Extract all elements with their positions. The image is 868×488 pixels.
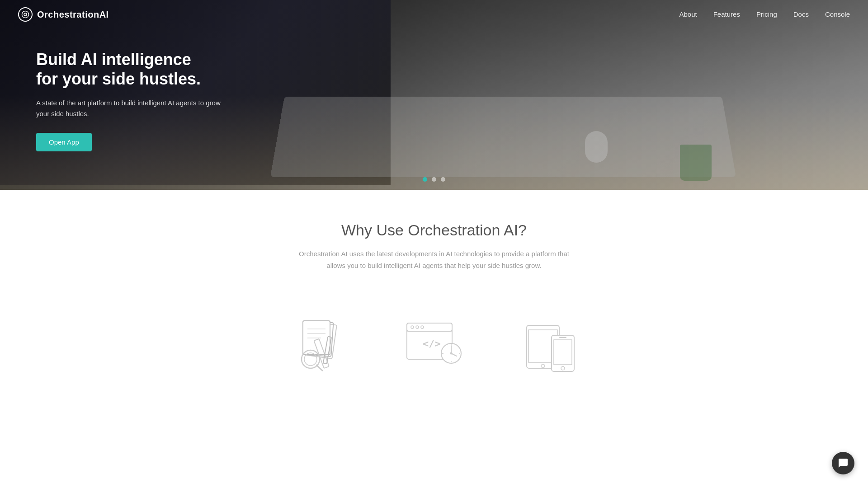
- code-icon: </>: [402, 316, 466, 375]
- svg-point-23: [450, 352, 453, 355]
- svg-line-12: [316, 365, 322, 371]
- svg-point-0: [22, 11, 29, 18]
- devices-icon: [520, 316, 583, 375]
- logo-link[interactable]: OrchestrationAI: [18, 7, 109, 22]
- devices-icon-item: [520, 316, 583, 375]
- navbar: OrchestrationAI About Features Pricing D…: [0, 0, 868, 29]
- hero-carousel-dots: [423, 177, 445, 182]
- svg-text:</>: </>: [423, 338, 441, 349]
- features-icons-row: </>: [0, 316, 868, 393]
- svg-point-30: [541, 364, 545, 368]
- hero-subtitle: A state of the art platform to build int…: [36, 98, 235, 119]
- code-icon-item: </>: [402, 316, 466, 375]
- svg-point-16: [411, 326, 414, 328]
- planning-icon-item: [285, 316, 348, 375]
- planning-icon: [285, 316, 348, 375]
- nav-docs[interactable]: Docs: [793, 10, 809, 18]
- hero-title: Build AI intelligence for your side hust…: [36, 50, 235, 89]
- nav-about[interactable]: About: [679, 10, 697, 18]
- nav-console[interactable]: Console: [825, 10, 850, 18]
- nav-features[interactable]: Features: [713, 10, 740, 18]
- svg-rect-31: [552, 335, 574, 371]
- carousel-dot-3[interactable]: [441, 177, 445, 182]
- why-section: Why Use Orchestration AI? Orchestration …: [0, 190, 868, 316]
- logo-text: OrchestrationAI: [37, 9, 109, 20]
- why-title: Why Use Orchestration AI?: [18, 221, 850, 239]
- carousel-dot-2[interactable]: [432, 177, 436, 182]
- nav-pricing[interactable]: Pricing: [756, 10, 777, 18]
- open-app-button[interactable]: Open App: [36, 133, 92, 151]
- nav-links: About Features Pricing Docs Console: [679, 10, 850, 19]
- svg-point-1: [24, 13, 27, 16]
- carousel-dot-1[interactable]: [423, 177, 427, 182]
- why-subtitle: Orchestration AI uses the latest develop…: [298, 248, 570, 271]
- svg-point-17: [416, 326, 419, 328]
- svg-point-18: [421, 326, 424, 328]
- logo-icon: [18, 7, 33, 22]
